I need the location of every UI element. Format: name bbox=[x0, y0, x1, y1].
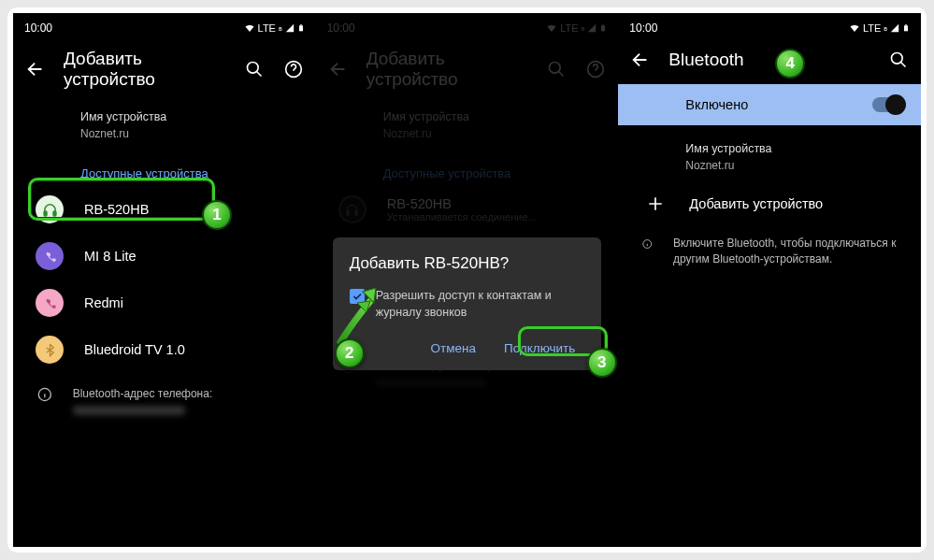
svg-rect-12 bbox=[355, 210, 358, 214]
svg-rect-1 bbox=[300, 24, 302, 25]
svg-point-16 bbox=[892, 53, 903, 65]
screen-add-device: 10:00 LTE в Добавить устройство Имя устр… bbox=[13, 13, 316, 547]
device-row-rb520hb[interactable]: RB-520HB bbox=[13, 186, 316, 233]
device-label: RB-520HB bbox=[387, 196, 602, 211]
status-bar: 10:00 LTEв bbox=[316, 13, 619, 39]
screen-bluetooth: 10:00 LTEв Bluetooth Включено Имя устрой… bbox=[618, 13, 921, 547]
dialog-title: Добавить RB-520HB? bbox=[350, 254, 585, 273]
add-device-row[interactable]: Добавить устройство bbox=[618, 185, 921, 223]
bluetooth-address-row: Bluetooth-адрес телефона: bbox=[13, 373, 316, 426]
device-row-connecting: RB-520HB Устанавливается соединение... bbox=[316, 186, 619, 233]
hint-text: Включите Bluetooth, чтобы подключаться к… bbox=[673, 236, 900, 268]
back-icon[interactable] bbox=[327, 58, 350, 80]
device-row-mi8lite[interactable]: MI 8 Lite bbox=[13, 233, 316, 280]
contacts-permission-checkbox[interactable]: Разрешить доступ к контактам и журналу з… bbox=[350, 288, 585, 321]
bluetooth-toggle-row[interactable]: Включено bbox=[618, 84, 921, 125]
svg-rect-4 bbox=[44, 210, 47, 215]
headphones-icon bbox=[36, 195, 64, 223]
screen-pairing-dialog: 10:00 LTEв Добавить устройство Имя устро… bbox=[316, 13, 619, 547]
add-device-label: Добавить устройство bbox=[689, 196, 904, 211]
checkbox-label: Разрешить доступ к контактам и журналу з… bbox=[376, 288, 585, 321]
status-icons: LTE в bbox=[244, 22, 305, 34]
svg-rect-0 bbox=[299, 25, 303, 31]
status-icons: LTEв bbox=[546, 22, 607, 34]
pairing-dialog: Добавить RB-520HB? Разрешить доступ к ко… bbox=[333, 237, 602, 370]
step-badge-2: 2 bbox=[335, 338, 365, 368]
step-badge-1: 1 bbox=[202, 200, 232, 230]
page-title: Bluetooth bbox=[668, 50, 870, 70]
device-name-label: Имя устройства bbox=[13, 103, 316, 127]
blurred-address bbox=[375, 378, 487, 387]
search-icon[interactable] bbox=[887, 49, 910, 71]
info-icon bbox=[37, 386, 52, 403]
svg-rect-7 bbox=[601, 25, 605, 31]
search-icon[interactable] bbox=[545, 58, 568, 80]
device-name-label: Имя устройства bbox=[618, 135, 921, 159]
network-label: LTE bbox=[258, 22, 276, 34]
app-bar: Bluetooth bbox=[618, 39, 921, 84]
device-name-value: Noznet.ru bbox=[316, 127, 619, 153]
cancel-button[interactable]: Отмена bbox=[422, 334, 485, 363]
network-sup: в bbox=[279, 25, 282, 32]
device-row-redmi[interactable]: Redmi bbox=[13, 280, 316, 326]
bluetooth-icon bbox=[36, 336, 64, 364]
info-icon bbox=[642, 236, 653, 252]
phone-icon bbox=[36, 242, 64, 270]
device-row-bluedroid[interactable]: Bluedroid TV 1.0 bbox=[13, 326, 316, 373]
back-icon[interactable] bbox=[24, 58, 47, 80]
battery-icon bbox=[297, 22, 305, 34]
svg-point-2 bbox=[247, 63, 258, 74]
device-label: Redmi bbox=[84, 295, 299, 310]
signal-icon bbox=[285, 22, 295, 34]
clock: 10:00 bbox=[327, 22, 355, 35]
svg-rect-5 bbox=[53, 210, 56, 215]
svg-point-9 bbox=[550, 63, 561, 74]
device-name-value[interactable]: Noznet.ru bbox=[618, 159, 921, 185]
device-name-value[interactable]: Noznet.ru bbox=[13, 127, 316, 153]
plus-icon bbox=[642, 194, 668, 213]
step-badge-3: 3 bbox=[587, 348, 617, 378]
svg-rect-15 bbox=[905, 24, 907, 25]
connecting-status: Устанавливается соединение... bbox=[387, 211, 602, 223]
status-bar: 10:00 LTE в bbox=[13, 13, 316, 39]
app-bar: Добавить устройство bbox=[316, 39, 619, 103]
toggle-label: Включено bbox=[685, 97, 748, 112]
available-devices-label: Доступные устройства bbox=[13, 153, 316, 186]
wifi-icon bbox=[244, 22, 255, 34]
page-title: Добавить устройство bbox=[366, 49, 529, 90]
status-bar: 10:00 LTEв bbox=[618, 13, 921, 39]
phone-icon bbox=[36, 289, 64, 317]
checkbox-icon[interactable] bbox=[350, 289, 365, 304]
address-label: Bluetooth-адрес телефона: bbox=[73, 387, 213, 400]
app-bar: Добавить устройство bbox=[13, 39, 316, 103]
svg-rect-14 bbox=[904, 25, 908, 31]
device-label: Bluedroid TV 1.0 bbox=[84, 342, 299, 357]
connect-button[interactable]: Подключить bbox=[495, 334, 584, 363]
clock: 10:00 bbox=[629, 22, 657, 35]
help-icon[interactable] bbox=[282, 58, 305, 80]
device-label: RB-520HB bbox=[84, 202, 299, 217]
headphones-icon bbox=[338, 195, 366, 223]
page-title: Добавить устройство bbox=[64, 49, 226, 90]
svg-rect-11 bbox=[347, 210, 350, 214]
search-icon[interactable] bbox=[243, 58, 266, 80]
device-name-label: Имя устройства bbox=[316, 103, 619, 127]
blurred-address bbox=[73, 406, 185, 415]
clock: 10:00 bbox=[24, 22, 52, 35]
available-devices-label: Доступные устройства bbox=[316, 153, 619, 186]
back-icon[interactable] bbox=[629, 49, 652, 71]
bluetooth-hint-row: Включите Bluetooth, чтобы подключаться к… bbox=[618, 223, 921, 276]
help-icon[interactable] bbox=[584, 58, 607, 80]
device-label: MI 8 Lite bbox=[84, 249, 299, 264]
status-icons: LTEв bbox=[849, 22, 910, 34]
svg-rect-8 bbox=[602, 24, 604, 25]
toggle-switch[interactable] bbox=[872, 97, 904, 112]
